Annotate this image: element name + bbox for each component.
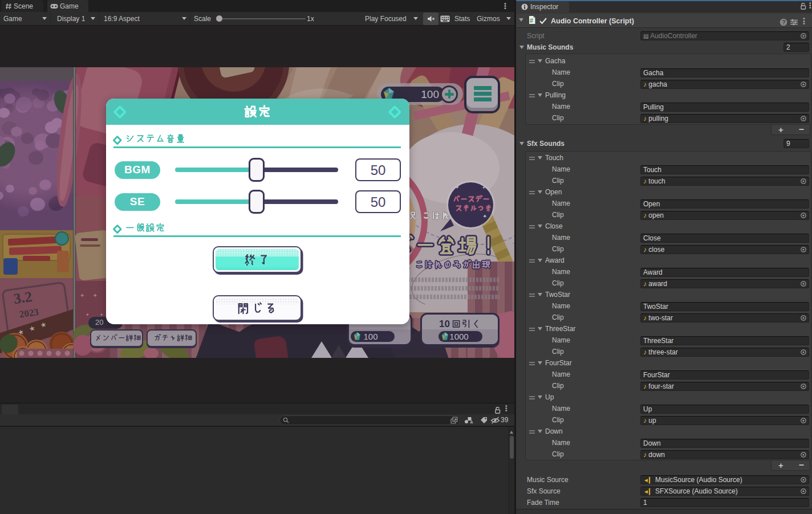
svg-text:?: ? [782,19,785,26]
svg-text:#: # [530,17,533,24]
